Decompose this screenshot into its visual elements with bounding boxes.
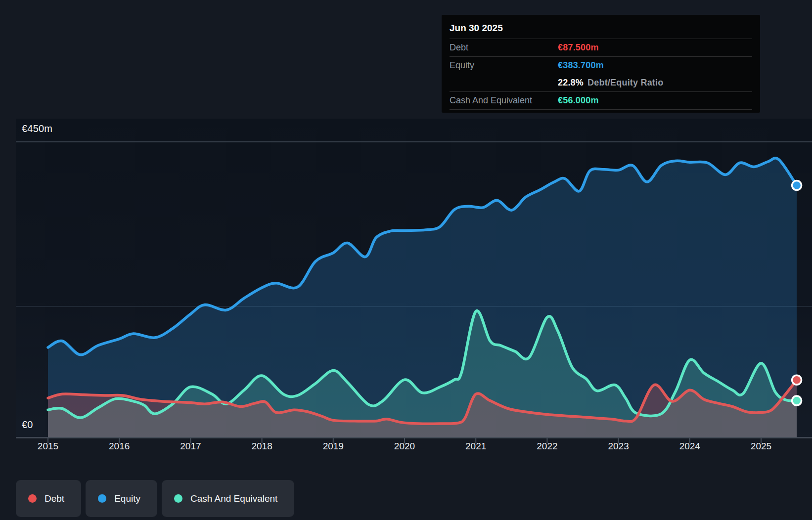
x-axis-label-2016: 2016 [98,441,140,452]
y-axis-label-zero: €0 [22,419,33,431]
x-axis-label-2019: 2019 [313,441,354,452]
x-axis-label-2024: 2024 [669,441,711,452]
tooltip-cash-label: Cash And Equivalent [450,95,558,106]
ratio-number: 22.8% [558,78,584,87]
tooltip-equity-label: Equity [450,60,558,71]
legend-label: Debt [45,493,64,504]
ratio-label: Debt/Equity Ratio [587,78,663,87]
legend-item-debt[interactable]: Debt [16,480,81,517]
legend-dot-icon [28,494,37,503]
legend-dot-icon [98,494,106,503]
debt-equity-history-chart: €450m €0 2015201620172018201920202021202… [0,0,812,520]
x-axis-label-2022: 2022 [526,441,568,452]
legend-dot-icon [174,494,182,503]
x-axis-label-2017: 2017 [170,441,211,452]
tooltip-row-ratio: 22.8%Debt/Equity Ratio [450,74,752,91]
chart-legend: DebtEquityCash And Equivalent [16,480,294,517]
tooltip-debt-label: Debt [450,43,558,53]
marker-cash-and-equivalent[interactable] [792,396,802,405]
tooltip-row-debt: Debt €87.500m [450,39,752,56]
x-axis-label-2018: 2018 [241,441,283,452]
legend-label: Cash And Equivalent [190,493,277,504]
x-axis-label-2025: 2025 [740,441,782,452]
tooltip-debt-value: €87.500m [558,43,599,53]
tooltip-row-cash: Cash And Equivalent €56.000m [450,91,752,110]
legend-item-cash-and-equivalent[interactable]: Cash And Equivalent [162,480,294,517]
chart-tooltip: Jun 30 2025 Debt €87.500m Equity €383.70… [442,15,760,113]
tooltip-row-equity: Equity €383.700m [450,56,752,74]
marker-equity[interactable] [792,181,802,190]
tooltip-cash-value: €56.000m [558,95,599,106]
x-axis-label-2021: 2021 [455,441,496,452]
x-axis-label-2023: 2023 [598,441,639,452]
marker-debt[interactable] [792,375,802,385]
tooltip-equity-value: €383.700m [558,60,604,71]
y-axis-label-max: €450m [22,123,52,134]
x-axis-label-2015: 2015 [27,441,69,452]
tooltip-ratio-value: 22.8%Debt/Equity Ratio [558,78,663,88]
legend-label: Equity [114,493,140,504]
tooltip-date: Jun 30 2025 [450,21,752,39]
x-axis-label-2020: 2020 [384,441,425,452]
legend-item-equity[interactable]: Equity [86,480,157,517]
